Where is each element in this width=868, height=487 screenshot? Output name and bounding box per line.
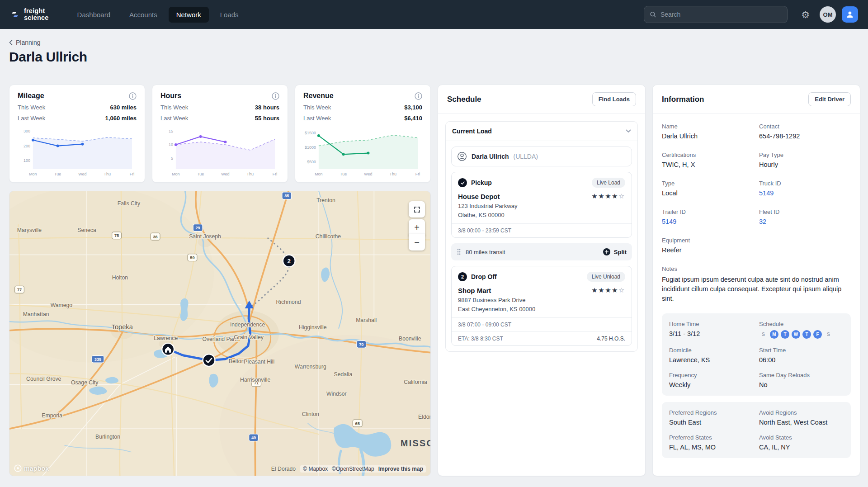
svg-text:Sedalia: Sedalia: [334, 371, 353, 378]
brand[interactable]: freight science: [10, 8, 49, 21]
info-icon[interactable]: [272, 92, 279, 100]
nav-item-network[interactable]: Network: [169, 7, 209, 23]
mapbox-attribution-link[interactable]: © Mapbox: [303, 466, 328, 472]
stop-kind: Pickup: [471, 179, 492, 186]
star-rating[interactable]: ★★★★☆: [591, 286, 625, 294]
svg-text:335: 335: [94, 357, 101, 362]
info-icon[interactable]: [129, 92, 137, 100]
user-avatar-button[interactable]: [842, 6, 858, 23]
chevron-left-icon: [9, 40, 13, 45]
svg-text:65: 65: [355, 421, 360, 426]
search-icon: [650, 11, 656, 18]
info-icon[interactable]: [415, 92, 422, 100]
stop-name: House Depot: [458, 193, 500, 200]
stop-time-window: 3/8 00:00 - 23:59 CST: [458, 227, 511, 234]
live-load-badge: Live Load: [592, 178, 625, 188]
split-label: Split: [614, 249, 627, 255]
stat-value: 55 hours: [255, 115, 279, 122]
field-notes: NotesFugiat ipsum ipsum deserunt culpa a…: [662, 265, 851, 303]
map[interactable]: 2 35297536597770335714965 Falls CityTren…: [9, 191, 431, 476]
stop-kind: Drop Off: [471, 273, 497, 280]
svg-text:$1000: $1000: [305, 145, 316, 150]
stop-hos: 4.75 H.O.S.: [597, 336, 625, 342]
svg-text:Wed: Wed: [221, 172, 229, 176]
edit-driver-button[interactable]: Edit Driver: [808, 92, 851, 106]
field-avoid-regions: Avoid RegionsNorth East, West Coast: [759, 409, 844, 426]
dropoff-card[interactable]: 2 Drop Off Live Unload Shop Mart ★★★★☆ 9…: [451, 266, 632, 346]
fleet-id-link[interactable]: 32: [759, 218, 851, 225]
svg-text:Eldon: Eldon: [418, 414, 430, 420]
svg-text:Thu: Thu: [390, 172, 396, 176]
nav-item-loads[interactable]: Loads: [212, 7, 246, 23]
field-equipment: EquipmentReefer: [662, 237, 754, 254]
field-start-time: Start Time06:00: [759, 347, 844, 364]
svg-text:California: California: [404, 379, 427, 385]
avatar[interactable]: OM: [820, 6, 836, 23]
svg-text:49: 49: [251, 435, 256, 440]
stat-label: Last Week: [160, 115, 188, 122]
svg-text:Independence: Independence: [230, 322, 265, 328]
svg-text:15: 15: [169, 129, 173, 133]
map-zoom-out-button[interactable]: −: [409, 234, 425, 251]
svg-text:Belton: Belton: [229, 358, 245, 364]
svg-text:Pleasant Hill: Pleasant Hill: [244, 359, 274, 365]
information-title: Information: [662, 95, 704, 104]
svg-text:MISSOURI: MISSOURI: [401, 438, 430, 448]
split-button[interactable]: Split: [603, 248, 627, 256]
driver-chip[interactable]: Darla Ullrich (ULLDA): [451, 147, 632, 166]
transit-row: 80 miles transit Split: [451, 243, 632, 260]
pickup-card[interactable]: Pickup Live Load House Depot ★★★★☆ 123 I…: [451, 172, 632, 238]
gear-icon[interactable]: ⚙: [801, 10, 810, 19]
nav-item-dashboard[interactable]: Dashboard: [70, 7, 118, 23]
svg-text:Marysville: Marysville: [17, 227, 42, 233]
svg-text:Lawrence: Lawrence: [154, 335, 178, 341]
svg-text:Fri: Fri: [130, 172, 134, 176]
map-attribution: © Mapbox ©OpenStreetMap Improve this map: [300, 465, 426, 473]
stop-eta: ETA: 3/8 8:30 CST: [458, 336, 503, 342]
schedule-panel: Schedule Find Loads Current Load Darl: [438, 85, 646, 476]
svg-text:Grain Valley: Grain Valley: [234, 334, 264, 340]
map-zoom-in-button[interactable]: +: [409, 219, 425, 236]
field-truck-id: Truck ID5149: [759, 180, 851, 197]
top-navbar: freight science Dashboard Accounts Netwo…: [0, 0, 868, 29]
search-box[interactable]: [644, 6, 788, 23]
field-same-day-reloads: Same Day ReloadsNo: [759, 372, 844, 388]
breadcrumb[interactable]: Planning: [9, 39, 41, 46]
driver-name: Darla Ullrich: [472, 153, 509, 160]
svg-text:Tue: Tue: [197, 172, 204, 176]
star-rating[interactable]: ★★★★☆: [591, 192, 625, 200]
svg-text:77: 77: [17, 288, 22, 292]
osm-attribution-link[interactable]: ©OpenStreetMap: [332, 466, 374, 472]
svg-text:Thu: Thu: [247, 172, 254, 176]
drag-handle-icon[interactable]: [457, 248, 461, 255]
map-fullscreen-button[interactable]: [409, 201, 425, 217]
truck-id-link[interactable]: 5149: [759, 189, 851, 197]
mileage-card-title: Mileage: [18, 92, 44, 100]
svg-text:Warrensburg: Warrensburg: [295, 364, 326, 370]
svg-text:Wed: Wed: [78, 172, 86, 176]
transit-label: 80 miles transit: [466, 249, 505, 255]
find-loads-button[interactable]: Find Loads: [592, 92, 636, 106]
trailer-id-link[interactable]: 5149: [662, 218, 754, 225]
stat-label: Last Week: [303, 115, 331, 122]
stop-time-window: 3/8 07:00 - 09:00 CST: [458, 322, 511, 328]
hours-chart: 51015MonTueWedThuFri: [160, 124, 279, 177]
nav-item-accounts[interactable]: Accounts: [122, 7, 165, 23]
svg-text:Falls City: Falls City: [118, 200, 141, 207]
map-marker-2: 2: [283, 255, 295, 267]
svg-text:5: 5: [171, 156, 173, 161]
search-input[interactable]: [660, 11, 782, 18]
svg-text:70: 70: [359, 342, 363, 347]
stat-label: This Week: [160, 104, 188, 111]
svg-text:Overland Park: Overland Park: [202, 336, 238, 342]
revenue-chart: $500$1000$1500MonTueWedThuFri: [303, 124, 422, 177]
stat-value: 1,060 miles: [105, 115, 137, 122]
mapbox-logo-text: mapbox: [24, 465, 49, 472]
brand-logo-icon: [10, 9, 20, 19]
chevron-down-icon[interactable]: [626, 129, 631, 133]
mapbox-logo[interactable]: mapbox: [14, 464, 49, 472]
hours-card-title: Hours: [160, 92, 181, 100]
svg-text:36: 36: [153, 235, 157, 239]
improve-map-link[interactable]: Improve this map: [378, 466, 423, 472]
svg-text:$1500: $1500: [305, 131, 316, 135]
